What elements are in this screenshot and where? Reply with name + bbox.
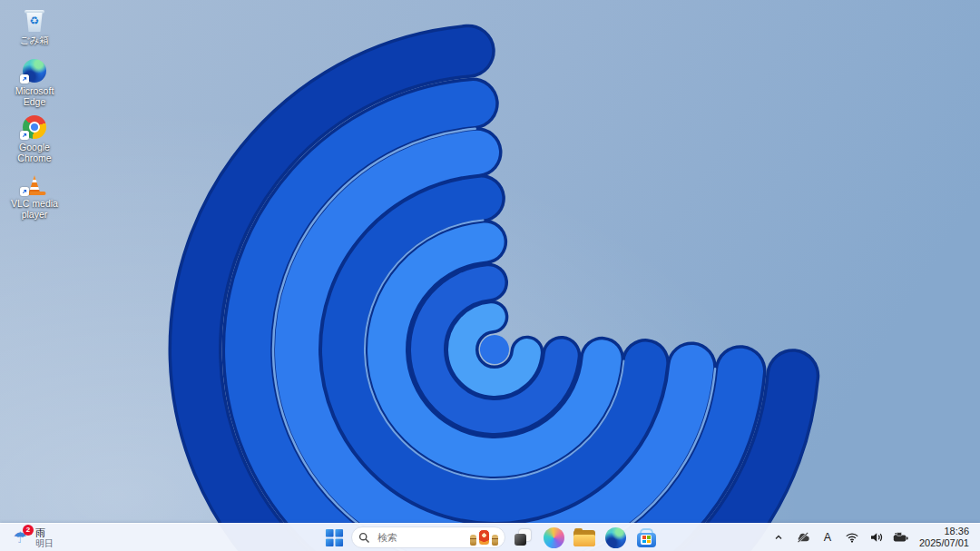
desktop-icon-label: Google Chrome (3, 142, 66, 163)
desktop-icon-recycle-bin[interactable]: ♻ ごみ箱 (2, 4, 67, 45)
desktop-icon-label: Microsoft Edge (3, 85, 66, 107)
start-button[interactable] (320, 526, 348, 549)
task-view-icon (513, 527, 533, 547)
taskbar: ☂ 2 雨 明日 (0, 523, 980, 551)
search-input[interactable] (376, 531, 465, 544)
copilot-icon (544, 527, 564, 548)
wifi-button[interactable] (844, 527, 860, 547)
weather-forecast-label: 明日 (35, 538, 54, 548)
clock-date: 2025/07/01 (919, 537, 969, 549)
volume-button[interactable] (868, 527, 885, 547)
battery-charging-icon (893, 532, 909, 543)
ime-mode-indicator: A (824, 531, 831, 544)
windows-logo-icon (325, 528, 344, 547)
copilot-button[interactable] (540, 526, 567, 549)
desktop-icon-microsoft-edge[interactable]: Microsoft Edge (2, 54, 67, 107)
edge-icon (21, 57, 48, 83)
task-view-button[interactable] (509, 526, 536, 549)
system-tray: A (770, 524, 980, 551)
search-highlight-image[interactable] (470, 529, 498, 546)
recycle-bin-icon: ♻ (21, 6, 48, 32)
onedrive-status-button[interactable] (795, 527, 811, 547)
recycle-symbol-icon: ♻ (30, 15, 40, 26)
desktop-icon-google-chrome[interactable]: Google Chrome (2, 111, 67, 163)
clock-time: 18:36 (919, 526, 969, 537)
folder-icon (573, 528, 595, 546)
taskbar-center (320, 524, 660, 551)
file-explorer-button[interactable] (571, 526, 598, 549)
edge-button[interactable] (602, 526, 629, 549)
shortcut-arrow-icon (20, 131, 29, 140)
clock[interactable]: 18:36 2025/07/01 (917, 525, 971, 550)
wifi-icon (845, 532, 859, 543)
shortcut-arrow-icon (20, 74, 29, 84)
store-bag-icon (636, 527, 657, 548)
microsoft-store-button[interactable] (632, 526, 660, 549)
edge-icon (605, 527, 626, 548)
desktop-icon-label: ごみ箱 (20, 34, 49, 45)
desktop-icon-label: VLC media player (3, 198, 66, 220)
search-icon (358, 532, 370, 544)
hidden-icons-button[interactable] (770, 527, 787, 547)
widgets-weather-button[interactable]: ☂ 2 雨 明日 (0, 524, 64, 551)
notification-badge: 2 (23, 525, 34, 536)
taskbar-search-box[interactable] (351, 526, 505, 548)
desktop-icon-vlc[interactable]: VLC media player (2, 167, 67, 220)
ime-mode-button[interactable]: A (819, 527, 836, 547)
weather-condition: 雨 (35, 527, 54, 538)
battery-button[interactable] (893, 527, 909, 547)
chevron-up-icon (773, 532, 784, 543)
vlc-cone-icon (21, 170, 48, 195)
wallpaper-bloom (0, 0, 980, 551)
chrome-icon (21, 113, 48, 139)
cloud-slash-icon (796, 532, 810, 543)
speaker-icon (869, 532, 884, 543)
shortcut-arrow-icon (20, 187, 29, 196)
